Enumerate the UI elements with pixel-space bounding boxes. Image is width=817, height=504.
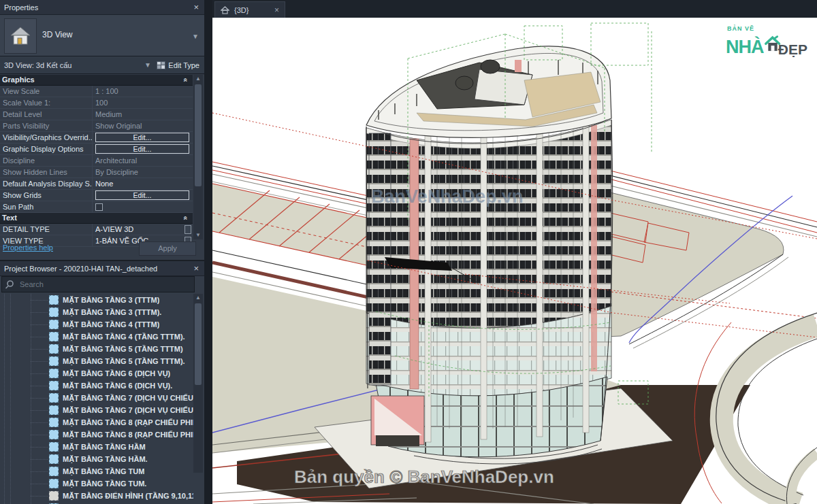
- property-label: Discipline: [0, 155, 92, 166]
- tree-item[interactable]: MẶT BẰNG TẦNG 6 (DỊCH VỤ).: [0, 380, 193, 392]
- tree-item-label: MẶT BẰNG TẦNG 4 (TTTM): [63, 320, 159, 329]
- property-row[interactable]: Parts VisibilityShow Original: [0, 120, 193, 132]
- property-label: Show Hidden Lines: [0, 167, 92, 178]
- sun-path-checkbox[interactable]: [95, 203, 103, 211]
- tree-item-label: MẶT BẰNG TẦNG TUM: [63, 467, 144, 475]
- tree-item[interactable]: MẶT BẰNG TẦNG TUM.: [0, 477, 193, 490]
- edit-button[interactable]: Edit...: [95, 190, 189, 200]
- browse-button[interactable]: [185, 225, 191, 234]
- search-box[interactable]: [1, 276, 195, 292]
- property-row[interactable]: Default Analysis Display S...None: [0, 178, 193, 190]
- property-row[interactable]: DisciplineArchitectural: [0, 155, 193, 167]
- floor-plan-icon: [49, 467, 59, 476]
- property-section-header[interactable]: Text«: [0, 213, 193, 224]
- property-row[interactable]: Show GridsEdit...: [0, 190, 193, 201]
- property-row[interactable]: View Scale1 : 100: [0, 86, 193, 97]
- property-value-cell: A-VIEW 3D: [92, 224, 193, 235]
- logo-line1: BẢN VẼ: [727, 26, 807, 32]
- property-value-text: By Discipline: [95, 167, 138, 178]
- search-icon: [2, 280, 18, 289]
- floor-plan-icon: [49, 295, 59, 305]
- tree-branch: [31, 471, 48, 472]
- close-icon[interactable]: ×: [193, 0, 199, 15]
- view-tab-bar: {3D} ×: [212, 0, 817, 18]
- tree-item[interactable]: MẶT BẰNG TẦNG 4 (TTTM): [0, 318, 193, 331]
- tree-branch: [31, 484, 48, 484]
- property-value-cell: By Discipline: [92, 167, 193, 178]
- properties-footer: Properties help Apply: [0, 239, 204, 257]
- tree-branch: [31, 300, 48, 301]
- property-section-header[interactable]: Graphics«: [0, 75, 193, 86]
- scroll-up-icon[interactable]: ▲: [193, 75, 203, 83]
- properties-header[interactable]: Properties ×: [0, 0, 204, 15]
- tab-3d-view[interactable]: {3D} ×: [214, 1, 285, 18]
- section-title: Text: [2, 213, 17, 223]
- hvac-unit: [481, 60, 500, 73]
- property-label: Detail Level: [0, 109, 92, 120]
- tree-item[interactable]: MẶT BẰNG TẦNG HẦM.: [0, 453, 193, 465]
- collapse-chevron-icon[interactable]: «: [180, 216, 190, 220]
- property-row[interactable]: Scale Value 1:100: [0, 97, 193, 109]
- property-row[interactable]: Visibility/Graphics Overrid...Edit...: [0, 132, 193, 144]
- tree-item[interactable]: MẶT BẰNG TẦNG TUM: [0, 465, 193, 477]
- view-selector-row[interactable]: 3D View: 3d Kết cấu ▼ Edit Type: [0, 57, 204, 74]
- scrollbar-thumb[interactable]: [195, 303, 202, 385]
- tree-item[interactable]: MẶT BẰNG TẦNG 8 (RẠP CHIẾU PHIM).: [0, 429, 193, 441]
- chevron-down-icon[interactable]: ▼: [192, 33, 199, 40]
- tree-item[interactable]: MẶT BẰNG TẦNG HẦM: [0, 441, 193, 453]
- floor-plan-icon: [49, 307, 59, 317]
- browser-scrollbar[interactable]: ▲: [193, 294, 203, 473]
- property-row[interactable]: Sun Path: [0, 201, 193, 213]
- property-value-cell: Edit...: [92, 190, 193, 201]
- tree-item[interactable]: MẶT BẰNG TẦNG 4 (TẦNG TTTM).: [0, 331, 193, 343]
- tree-item[interactable]: MẶT BẰNG TẦNG 5 (TẦNG TTTM).: [0, 355, 193, 367]
- tree-branch: [31, 410, 48, 411]
- properties-scrollbar[interactable]: ▲ ▼: [193, 75, 203, 239]
- tree-item-label: MẶT BẰNG TẦNG 4 (TẦNG TTTM).: [63, 333, 185, 341]
- tree-item[interactable]: MẶT BẰNG TẦNG 7 (DỊCH VỤ CHIẾU PHI: [0, 392, 193, 404]
- property-value-text: 1 : 100: [95, 86, 118, 97]
- tab-close-icon[interactable]: ×: [274, 5, 279, 15]
- tree-branch: [31, 447, 48, 448]
- property-value-text: None: [95, 178, 113, 189]
- tree-item[interactable]: MẶT BẰNG ĐIỂN HÌNH (TẦNG 9,10,11,12: [0, 490, 193, 502]
- tree-item-label: MẶT BẰNG TẦNG HẦM.: [63, 455, 148, 463]
- scrollbar-thumb[interactable]: [195, 84, 202, 186]
- tree-item[interactable]: MẶT BẰNG TẦNG 7 (DỊCH VỤ CHIẾU PHI: [0, 404, 193, 416]
- property-row[interactable]: Graphic Display OptionsEdit...: [0, 144, 193, 155]
- project-browser-header[interactable]: Project Browser - 200210-HAI TAN-_detach…: [0, 261, 204, 276]
- tree-item-label: MẶT BẰNG TẦNG 7 (DỊCH VỤ CHIẾU PHI: [63, 394, 193, 402]
- edit-button[interactable]: Edit...: [95, 144, 189, 154]
- drawing-area[interactable]: BanVeNhaDep.vn Bản quyền © BanVeNhaDep.v…: [212, 18, 817, 504]
- scroll-down-icon[interactable]: ▼: [193, 231, 203, 239]
- curved-ramp: [694, 313, 817, 504]
- tree-branch: [31, 312, 48, 313]
- floor-plan-icon: [49, 356, 59, 366]
- property-row[interactable]: Detail LevelMedium: [0, 109, 193, 120]
- tree-item-label: MẶT BẰNG TẦNG 6 (DỊCH VỤ).: [63, 382, 172, 390]
- house-icon: [221, 6, 229, 14]
- tree-item[interactable]: MẶT BẰNG TẦNG 3 (TTTM).: [0, 306, 193, 318]
- collapse-chevron-icon[interactable]: «: [180, 78, 190, 82]
- house-icon: [9, 25, 32, 47]
- apply-button[interactable]: Apply: [139, 241, 196, 256]
- edit-type-button[interactable]: Edit Type: [155, 58, 202, 72]
- chevron-down-icon[interactable]: ▼: [144, 57, 151, 73]
- property-row[interactable]: DETAIL TYPEA-VIEW 3D: [0, 224, 193, 235]
- close-icon[interactable]: ×: [193, 261, 199, 276]
- tree-item[interactable]: MẶT BẰNG TẦNG 5 (TẦNG TTTM): [0, 343, 193, 355]
- tree-item[interactable]: MẶT BẰNG TẦNG 6 (DỊCH VỤ): [0, 367, 193, 380]
- floor-plan-icon: [49, 491, 59, 501]
- property-value-cell: 1 : 100: [92, 86, 193, 97]
- tree-item[interactable]: MẶT BẰNG TẦNG 3 (TTTM): [0, 294, 193, 306]
- property-row[interactable]: Show Hidden LinesBy Discipline: [0, 167, 193, 178]
- floor-plan-icon: [49, 344, 59, 354]
- properties-help-link[interactable]: Properties help: [3, 243, 53, 252]
- upper-floors: [366, 120, 611, 328]
- tree-item[interactable]: MẶT BẰNG TẦNG 8 (RẠP CHIẾU PHIM): [0, 416, 193, 429]
- edit-button[interactable]: Edit...: [95, 133, 189, 142]
- type-selector[interactable]: 3D View ▼: [0, 15, 204, 56]
- scroll-up-icon[interactable]: ▲: [193, 294, 203, 302]
- property-value-cell: 100: [92, 97, 193, 108]
- search-input[interactable]: [18, 280, 171, 289]
